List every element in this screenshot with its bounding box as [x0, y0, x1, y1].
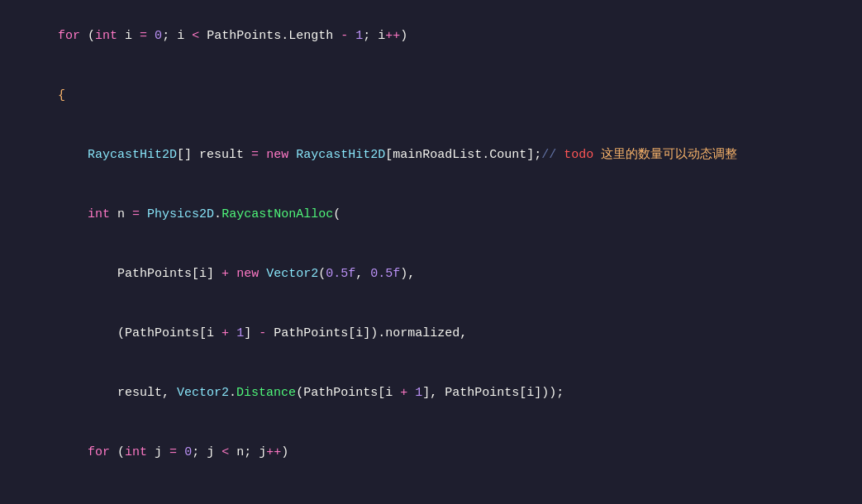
line-3: RaycastHit2D[] result = new RaycastHit2D… [0, 126, 862, 185]
line-5: PathPoints[i] + new Vector2(0.5f, 0.5f), [0, 245, 862, 304]
code-editor: for (int i = 0; i < PathPoints.Length - … [0, 0, 862, 504]
line-6: (PathPoints[i + 1] - PathPoints[i]).norm… [0, 304, 862, 364]
line-4: int n = Physics2D.RaycastNonAlloc( [0, 185, 862, 245]
line-9: { [0, 483, 862, 504]
line-7: result, Vector2.Distance(PathPoints[i + … [0, 364, 862, 423]
line-8: for (int j = 0; j < n; j++) [0, 423, 862, 483]
line-2: { [0, 66, 862, 126]
line-1: for (int i = 0; i < PathPoints.Length - … [0, 7, 862, 66]
